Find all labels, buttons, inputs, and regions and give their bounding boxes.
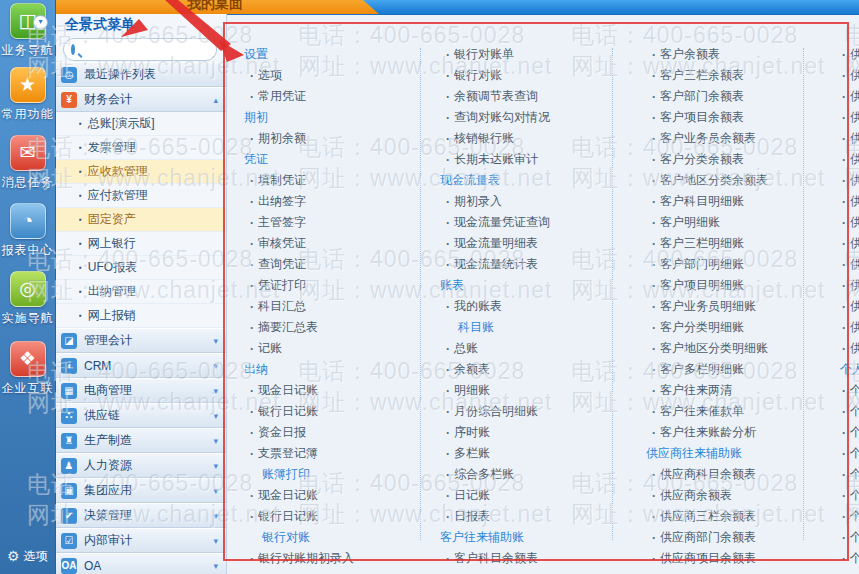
menu-entry[interactable]: · 供应商项目余额表: [638, 548, 803, 569]
panel-row[interactable]: ▪ 网上银行: [55, 232, 226, 256]
menu-entry[interactable]: · 供: [838, 317, 859, 338]
menu-entry[interactable]: · 客户科目明细账: [638, 191, 803, 212]
menu-entry[interactable]: · 个: [838, 506, 859, 527]
menu-entry[interactable]: · 审核凭证: [236, 233, 420, 254]
menu-subsection-header[interactable]: · 账簿打印: [236, 464, 420, 485]
panel-row[interactable]: ▪ 网上报销: [55, 304, 226, 328]
menu-entry[interactable]: · 查询凭证: [236, 254, 420, 275]
menu-entry[interactable]: · 客户地区分类明细账: [638, 338, 803, 359]
menu-section-header[interactable]: · 期初: [236, 107, 420, 128]
panel-row[interactable]: ✔ ▪ 决策管理 ▾: [55, 503, 226, 528]
network-icon[interactable]: ❖ 企业互联: [0, 341, 55, 397]
menu-entry[interactable]: · 客户分类余额表: [638, 149, 803, 170]
menu-entry[interactable]: · 余额表: [432, 359, 612, 380]
menu-entry[interactable]: · 我的账表: [432, 296, 612, 317]
menu-section-header[interactable]: · 客户往来辅助账: [432, 527, 612, 548]
menu-entry[interactable]: · 期初录入: [432, 191, 612, 212]
menu-entry[interactable]: · 银行日记账: [236, 506, 420, 527]
menu-entry[interactable]: · 凭证打印: [236, 275, 420, 296]
panel-row[interactable]: ▪ 总账[演示版]: [55, 112, 226, 136]
menu-entry[interactable]: · 查询对账勾对情况: [432, 107, 612, 128]
menu-entry[interactable]: · 个: [838, 527, 859, 548]
menu-entry[interactable]: · 支票登记簿: [236, 443, 420, 464]
menu-entry[interactable]: · 供: [838, 212, 859, 233]
menu-entry[interactable]: · 资金日报: [236, 422, 420, 443]
menu-entry[interactable]: · 供: [838, 107, 859, 128]
menu-entry[interactable]: · 客户往来两清: [638, 380, 803, 401]
menu-section-header[interactable]: · 供应商往来辅助账: [638, 443, 803, 464]
menu-entry[interactable]: · 现金流量明细表: [432, 233, 612, 254]
menu-entry[interactable]: · 摘要汇总表: [236, 317, 420, 338]
menu-entry[interactable]: · 供: [838, 128, 859, 149]
panel-row[interactable]: ◷ ▪ 最近操作列表: [55, 62, 226, 87]
menu-entry[interactable]: · 综合多栏账: [432, 464, 612, 485]
menu-entry[interactable]: · 常用凭证: [236, 86, 420, 107]
menu-entry[interactable]: · 供: [838, 149, 859, 170]
panel-row[interactable]: ▪ 出纳管理: [55, 280, 226, 304]
panel-row[interactable]: ▦ ▪ 电商管理 ▾: [55, 378, 226, 403]
panel-row[interactable]: ♜ ▪ 生产制造 ▾: [55, 428, 226, 453]
menu-entry[interactable]: · 客户业务员明细账: [638, 296, 803, 317]
menu-entry[interactable]: · 供: [838, 275, 859, 296]
menu-entry[interactable]: · 现金日记账: [236, 380, 420, 401]
menu-entry[interactable]: · 供: [838, 296, 859, 317]
search-input[interactable]: [81, 43, 227, 57]
panel-row[interactable]: ◖ ▪ CRM ▾: [55, 353, 226, 378]
menu-section-header[interactable]: · 账表: [432, 275, 612, 296]
menu-entry[interactable]: · 客户部门明细账: [638, 254, 803, 275]
menu-entry[interactable]: · 供: [838, 44, 859, 65]
collapse-button[interactable]: ▾: [33, 15, 48, 30]
menu-section-header[interactable]: · 凭证: [236, 149, 420, 170]
panel-row[interactable]: ▣ ▪ 集团应用 ▾: [55, 478, 226, 503]
menu-subsection-header[interactable]: · 科目账: [432, 317, 612, 338]
menu-entry[interactable]: · 选项: [236, 65, 420, 86]
menu-entry[interactable]: · 多栏账: [432, 443, 612, 464]
menu-entry[interactable]: · 供应商三栏余额表: [638, 506, 803, 527]
menu-entry[interactable]: · 月份综合明细账: [432, 401, 612, 422]
menu-entry[interactable]: · 供: [838, 191, 859, 212]
panel-row[interactable]: ▪ UFO报表: [55, 256, 226, 280]
menu-entry[interactable]: · 总账: [432, 338, 612, 359]
panel-row[interactable]: OA ▪ OA ▾: [55, 553, 226, 574]
menu-entry[interactable]: · 客户业务员余额表: [638, 128, 803, 149]
menu-entry[interactable]: · 现金日记账: [236, 485, 420, 506]
menu-entry[interactable]: · 个: [838, 380, 859, 401]
menu-section-header[interactable]: · 设置: [236, 44, 420, 65]
star-icon[interactable]: ★ 常用功能: [0, 67, 55, 123]
menu-entry[interactable]: · 明细账: [432, 380, 612, 401]
menu-entry[interactable]: · 日报表: [432, 506, 612, 527]
panel-row[interactable]: ♟ ▪ 人力资源 ▾: [55, 453, 226, 478]
menu-entry[interactable]: · 供: [838, 86, 859, 107]
menu-entry[interactable]: · 现金流量统计表: [432, 254, 612, 275]
menu-entry[interactable]: · 客户地区分类余额表: [638, 170, 803, 191]
menu-entry[interactable]: · 客户往来账龄分析: [638, 422, 803, 443]
menu-entry[interactable]: · 客户项目余额表: [638, 107, 803, 128]
panel-row[interactable]: ▪ 固定资产: [55, 208, 226, 232]
mail-icon[interactable]: ✉ 消息任务: [0, 135, 55, 191]
menu-entry[interactable]: · 个: [838, 548, 859, 569]
menu-entry[interactable]: · 核销银行账: [432, 128, 612, 149]
menu-entry[interactable]: · 供: [838, 233, 859, 254]
menu-entry[interactable]: · 个: [838, 401, 859, 422]
menu-entry[interactable]: · 个: [838, 422, 859, 443]
tab-my-desktop[interactable]: 我的桌面: [49, 0, 379, 14]
menu-entry[interactable]: · 个: [838, 485, 859, 506]
panel-row[interactable]: ▪ 应付款管理: [55, 184, 226, 208]
menu-entry[interactable]: · 客户余额表: [638, 44, 803, 65]
menu-entry[interactable]: · 期初余额: [236, 128, 420, 149]
menu-section-header[interactable]: · 个人: [838, 359, 859, 380]
panel-row[interactable]: ☑ ▪ 内部审计 ▾: [55, 528, 226, 553]
menu-entry[interactable]: · 出纳签字: [236, 191, 420, 212]
report-icon[interactable]: ◔ 报表中心: [0, 203, 55, 259]
panel-row[interactable]: ◪ ▪ 管理会计 ▾: [55, 328, 226, 353]
menu-entry[interactable]: · 供应商科目余额表: [638, 464, 803, 485]
panel-row[interactable]: ∴ ▪ 供应链 ▾: [55, 403, 226, 428]
menu-entry[interactable]: · 供: [838, 65, 859, 86]
panel-row[interactable]: ▪ 发票管理: [55, 136, 226, 160]
menu-entry[interactable]: · 记账: [236, 338, 420, 359]
panel-row[interactable]: ▪ 应收款管理: [55, 160, 226, 184]
search-box[interactable]: [63, 38, 217, 61]
menu-entry[interactable]: · 科目汇总: [236, 296, 420, 317]
menu-entry[interactable]: · 银行日记账: [236, 401, 420, 422]
menu-entry[interactable]: · 客户科目余额表: [432, 548, 612, 569]
